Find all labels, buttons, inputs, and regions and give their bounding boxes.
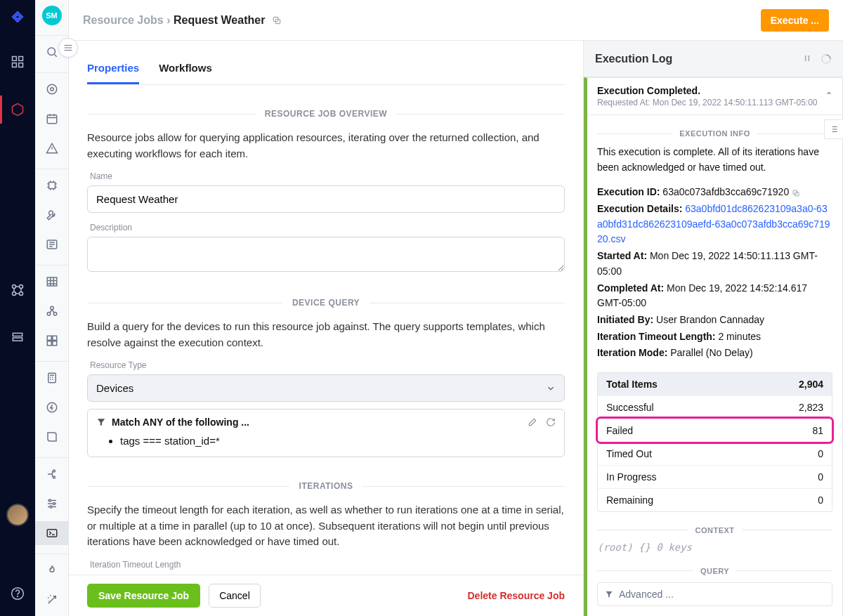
workspace-badge[interactable]: SM — [42, 6, 62, 25]
query-json-preview: {"$or":[{"tags":{"$eq":{"$tagKey":"stat — [587, 606, 842, 616]
context-root: (root) {} 0 keys — [587, 542, 842, 553]
execution-log-panel: Execution Log Execution Completed. Reque… — [583, 41, 843, 616]
sliders-icon[interactable] — [35, 492, 69, 516]
topbar: Resource Jobs › Request Weather Execute … — [69, 0, 843, 41]
stats-success-label: Successful — [606, 402, 654, 413]
copy-id-icon[interactable] — [792, 189, 800, 197]
svg-rect-18 — [47, 277, 57, 286]
svg-rect-2 — [13, 63, 17, 67]
stats-total-label: Total Items — [606, 379, 658, 390]
svg-rect-3 — [19, 63, 23, 67]
main-column: Resource Jobs › Request Weather Execute … — [69, 0, 843, 616]
overview-icon[interactable] — [35, 77, 69, 101]
tabs: Properties Workflows — [87, 53, 565, 85]
svg-point-13 — [50, 88, 53, 91]
svg-rect-22 — [47, 336, 51, 340]
delete-button[interactable]: Delete Resource Job — [468, 590, 566, 601]
initiated-by-value: User Brandon Cannaday — [656, 314, 764, 325]
edit-icon[interactable] — [528, 417, 537, 427]
collapse-icon[interactable] — [824, 88, 834, 98]
book-icon[interactable] — [35, 425, 69, 449]
svg-point-28 — [53, 470, 55, 472]
wand-icon[interactable] — [35, 588, 69, 612]
execution-log-title: Execution Log — [595, 53, 672, 65]
iterations-helper-text: Specify the timeout length for each iter… — [87, 502, 565, 550]
alerts-icon[interactable] — [35, 136, 69, 160]
query-builder: Match ANY of the following ... tags === … — [87, 409, 565, 457]
svg-rect-23 — [52, 336, 56, 340]
chip-icon[interactable] — [35, 173, 69, 197]
news-icon[interactable] — [35, 232, 69, 256]
primary-nav — [0, 0, 35, 616]
stats-failed-row[interactable]: Failed81 — [598, 419, 832, 442]
breadcrumb-parent[interactable]: Resource Jobs — [83, 14, 164, 26]
bolt-icon[interactable] — [35, 395, 69, 419]
nav-dashboard-icon[interactable] — [0, 48, 35, 76]
app-logo[interactable] — [6, 6, 29, 28]
save-button[interactable]: Save Resource Job — [87, 584, 200, 608]
copy-icon[interactable] — [272, 15, 282, 25]
refresh-icon[interactable] — [546, 417, 556, 427]
calculator-icon[interactable] — [35, 366, 69, 390]
stats-inprogress-value: 0 — [818, 471, 823, 483]
timeout-length-label: Iteration Timeout Length: — [597, 331, 716, 342]
timeout-length-value: 2 minutes — [718, 331, 761, 342]
breadcrumb-current: Request Weather — [174, 14, 265, 26]
nav-connections-icon[interactable] — [0, 276, 35, 304]
chevron-down-icon — [546, 384, 556, 393]
svg-rect-15 — [47, 115, 57, 124]
user-avatar[interactable] — [6, 504, 29, 526]
nav-resources-icon[interactable] — [0, 96, 35, 124]
svg-rect-16 — [48, 183, 55, 189]
menu-toggle-icon[interactable] — [58, 38, 78, 58]
initiated-by-label: Initiated By: — [597, 314, 653, 325]
svg-rect-33 — [47, 530, 57, 537]
overview-helper-text: Resource jobs allow for querying applica… — [87, 130, 565, 162]
query-advanced-toggle[interactable]: Advanced ... — [597, 582, 832, 606]
terminal-icon[interactable] — [35, 521, 69, 545]
list-toggle-icon[interactable] — [824, 119, 843, 139]
svg-point-32 — [50, 506, 52, 508]
iteration-mode-label: Iteration Mode: — [597, 347, 667, 358]
stats-failed-label: Failed — [606, 425, 633, 436]
name-label: Name — [90, 171, 565, 181]
svg-point-30 — [48, 499, 51, 502]
stats-timedout-label: Timed Out — [606, 448, 652, 459]
execute-button[interactable]: Execute ... — [761, 9, 829, 32]
description-input[interactable] — [87, 237, 565, 272]
svg-point-4 — [13, 284, 16, 288]
schedule-icon[interactable] — [35, 107, 69, 131]
svg-point-7 — [13, 291, 16, 295]
fire-icon[interactable] — [35, 558, 69, 582]
stats-failed-value: 81 — [812, 425, 823, 436]
execution-requested-at: Requested At: Mon Dec 19, 2022 14:50:11.… — [597, 98, 832, 107]
name-input[interactable] — [87, 185, 565, 213]
query-rule: tags === station_id=* — [120, 435, 556, 447]
resource-type-value: Devices — [96, 382, 133, 394]
stats-timedout-value: 0 — [818, 448, 823, 459]
webhook-icon[interactable] — [35, 299, 69, 323]
description-label: Description — [90, 223, 565, 232]
help-icon[interactable] — [0, 579, 35, 608]
execution-status-title: Execution Completed. — [597, 85, 832, 96]
flow-icon[interactable] — [35, 462, 69, 486]
tab-properties[interactable]: Properties — [87, 53, 139, 84]
resource-type-select[interactable]: Devices — [87, 374, 565, 402]
tools-icon[interactable] — [35, 203, 69, 227]
breadcrumb-separator: › — [166, 14, 170, 26]
execution-id-value: 63a0c073afdb3cca69c71920 — [662, 186, 789, 197]
svg-point-5 — [20, 291, 23, 295]
devicequery-helper-text: Build a query for the devices to run thi… — [87, 319, 565, 350]
pause-icon[interactable] — [802, 53, 812, 65]
svg-point-6 — [20, 284, 23, 288]
svg-point-11 — [18, 596, 18, 597]
completed-at-label: Completed At: — [597, 282, 664, 294]
app-grid-icon[interactable] — [35, 329, 69, 353]
spinner-icon[interactable] — [821, 53, 832, 65]
cancel-button[interactable]: Cancel — [209, 584, 261, 608]
nav-layers-icon[interactable] — [0, 324, 35, 352]
table-icon[interactable] — [35, 270, 69, 294]
stats-success-value: 2,823 — [799, 402, 823, 413]
svg-rect-9 — [13, 338, 22, 341]
tab-workflows[interactable]: Workflows — [159, 53, 212, 84]
